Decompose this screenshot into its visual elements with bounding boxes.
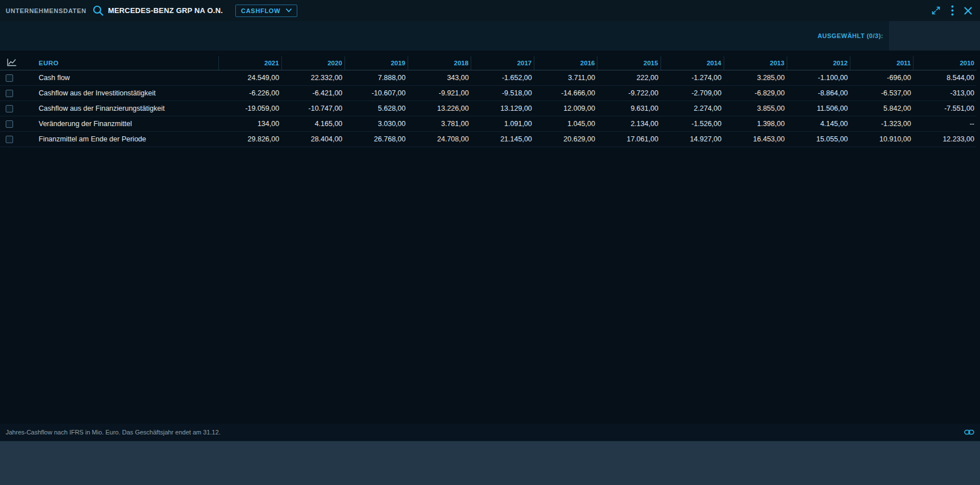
below-window-area bbox=[0, 441, 980, 485]
cell-value: 29.826,00 bbox=[218, 131, 281, 147]
footer-bar: Jahres-Cashflow nach IFRS in Mio. Euro. … bbox=[0, 424, 980, 441]
close-icon[interactable] bbox=[964, 7, 972, 15]
cell-value: -6.537,00 bbox=[850, 85, 913, 101]
cell-value: -10.747,00 bbox=[281, 101, 344, 116]
cell-value: 13.129,00 bbox=[471, 101, 534, 116]
cell-value: -14.666,00 bbox=[534, 85, 597, 101]
cell-value: 2.134,00 bbox=[597, 116, 661, 131]
cell-value: 13.226,00 bbox=[408, 101, 471, 116]
cell-value: 4.145,00 bbox=[787, 116, 850, 131]
cell-value: 24.708,00 bbox=[408, 131, 471, 147]
link-icon[interactable] bbox=[964, 429, 974, 435]
page-title: UNTERNEHMENSDATEN bbox=[6, 7, 86, 14]
topbar: UNTERNEHMENSDATEN MERCEDES-BENZ GRP NA O… bbox=[0, 0, 980, 21]
cell-value: 14.927,00 bbox=[661, 131, 724, 147]
cell-value: 24.549,00 bbox=[218, 70, 281, 85]
cell-value: 1.398,00 bbox=[724, 116, 787, 131]
chevron-down-icon bbox=[286, 9, 292, 12]
row-checkbox-cell bbox=[0, 131, 30, 147]
cell-value: -2.709,00 bbox=[661, 85, 724, 101]
year-header-2018: 2018 bbox=[408, 56, 471, 70]
year-header-2010: 2010 bbox=[913, 56, 977, 70]
row-label: Cash flow bbox=[30, 70, 218, 85]
row-checkbox-cell bbox=[0, 101, 30, 116]
table-row: Veränderung der Finanzmittel134,004.165,… bbox=[0, 116, 977, 131]
cell-value: 5.842,00 bbox=[850, 101, 913, 116]
link-icon-glyph bbox=[964, 429, 974, 435]
cell-value: 20.629,00 bbox=[534, 131, 597, 147]
row-checkbox[interactable] bbox=[6, 136, 13, 143]
instrument-name: MERCEDES-BENZ GRP NA O.N. bbox=[108, 6, 223, 15]
cell-value: 21.145,00 bbox=[471, 131, 534, 147]
kebab-icon-glyph bbox=[951, 5, 954, 16]
row-checkbox-cell bbox=[0, 85, 30, 101]
selection-band: AUSGEWÄHLT (0/3): bbox=[0, 21, 980, 51]
cell-value: -1.274,00 bbox=[661, 70, 724, 85]
close-icon-glyph bbox=[964, 7, 972, 15]
cell-value: 17.061,00 bbox=[597, 131, 661, 147]
cell-value: 28.404,00 bbox=[281, 131, 344, 147]
cell-value: -1.526,00 bbox=[661, 116, 724, 131]
row-checkbox[interactable] bbox=[6, 90, 13, 97]
cashflow-table: EURO 20212020201920182017201620152014201… bbox=[0, 56, 977, 147]
row-checkbox[interactable] bbox=[6, 105, 13, 112]
cell-value: 22.332,00 bbox=[281, 70, 344, 85]
table-row: Cash flow24.549,0022.332,007.888,00343,0… bbox=[0, 70, 977, 85]
table-row: Cashflow aus der Finanzierungstätigkeit-… bbox=[0, 101, 977, 116]
cell-value: -8.864,00 bbox=[787, 85, 850, 101]
cell-value: 3.030,00 bbox=[344, 116, 408, 131]
topbar-right bbox=[931, 5, 972, 16]
cell-value: -1.100,00 bbox=[787, 70, 850, 85]
cell-value: 10.910,00 bbox=[850, 131, 913, 147]
cell-value: -- bbox=[913, 116, 977, 131]
row-checkbox-cell bbox=[0, 116, 30, 131]
cell-value: -19.059,00 bbox=[218, 101, 281, 116]
selected-count-label: AUSGEWÄHLT (0/3): bbox=[817, 32, 883, 39]
view-select-dropdown[interactable]: CASHFLOW bbox=[235, 5, 297, 17]
row-label: Finanzmittel am Ende der Periode bbox=[30, 131, 218, 147]
cell-value: 12.009,00 bbox=[534, 101, 597, 116]
currency-column-header: EURO bbox=[30, 56, 218, 70]
cell-value: 3.285,00 bbox=[724, 70, 787, 85]
cell-value: 12.233,00 bbox=[913, 131, 977, 147]
cell-value: -1.323,00 bbox=[850, 116, 913, 131]
row-checkbox[interactable] bbox=[6, 74, 13, 82]
more-options-icon[interactable] bbox=[951, 5, 954, 16]
line-chart-icon bbox=[7, 58, 16, 66]
cell-value: 3.855,00 bbox=[724, 101, 787, 116]
cell-value: 1.045,00 bbox=[534, 116, 597, 131]
cell-value: 26.768,00 bbox=[344, 131, 408, 147]
search-icon-glyph bbox=[92, 5, 104, 16]
year-header-2017: 2017 bbox=[471, 56, 534, 70]
cell-value: 5.628,00 bbox=[344, 101, 408, 116]
year-header-2019: 2019 bbox=[344, 56, 408, 70]
footnote-text: Jahres-Cashflow nach IFRS in Mio. Euro. … bbox=[6, 429, 221, 436]
cell-value: 222,00 bbox=[597, 70, 661, 85]
expand-icon[interactable] bbox=[931, 6, 941, 15]
cell-value: -6.226,00 bbox=[218, 85, 281, 101]
cell-value: -9.518,00 bbox=[471, 85, 534, 101]
row-label: Veränderung der Finanzmittel bbox=[30, 116, 218, 131]
year-header-2016: 2016 bbox=[534, 56, 597, 70]
row-checkbox[interactable] bbox=[6, 120, 13, 128]
chart-column-header bbox=[0, 56, 30, 70]
cell-value: 343,00 bbox=[408, 70, 471, 85]
year-header-2012: 2012 bbox=[787, 56, 850, 70]
row-label: Cashflow aus der Finanzierungstätigkeit bbox=[30, 101, 218, 116]
expand-icon-glyph bbox=[931, 6, 941, 15]
cell-value: 4.165,00 bbox=[281, 116, 344, 131]
cell-value: -7.551,00 bbox=[913, 101, 977, 116]
cell-value: 3.781,00 bbox=[408, 116, 471, 131]
app-window: UNTERNEHMENSDATEN MERCEDES-BENZ GRP NA O… bbox=[0, 0, 980, 441]
year-header-2015: 2015 bbox=[597, 56, 661, 70]
year-header-2011: 2011 bbox=[850, 56, 913, 70]
topbar-left: UNTERNEHMENSDATEN MERCEDES-BENZ GRP NA O… bbox=[6, 5, 297, 17]
year-header-2021: 2021 bbox=[218, 56, 281, 70]
search-icon[interactable] bbox=[92, 5, 104, 16]
table-row: Finanzmittel am Ende der Periode29.826,0… bbox=[0, 131, 977, 147]
selection-drop-area bbox=[889, 21, 980, 51]
cashflow-table-area: EURO 20212020201920182017201620152014201… bbox=[0, 51, 980, 424]
cell-value: -6.421,00 bbox=[281, 85, 344, 101]
cell-value: 7.888,00 bbox=[344, 70, 408, 85]
cell-value: 134,00 bbox=[218, 116, 281, 131]
